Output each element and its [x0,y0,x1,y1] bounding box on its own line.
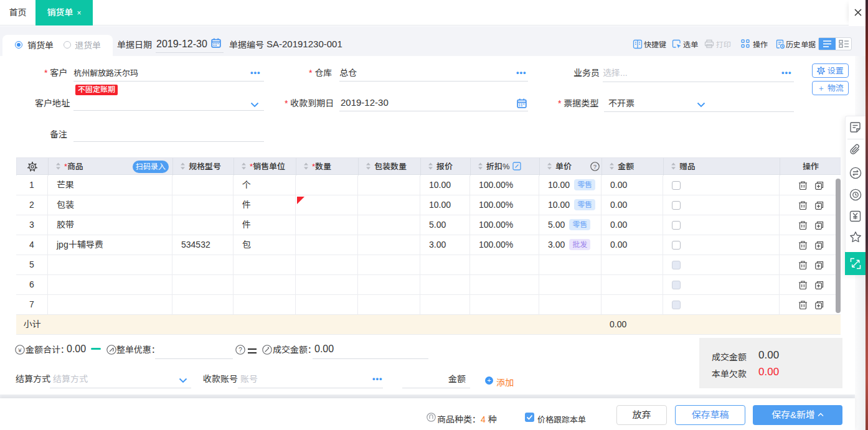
svg-text:?: ? [238,347,242,353]
svg-text:?: ? [593,163,597,170]
svg-text:¥: ¥ [17,347,22,353]
